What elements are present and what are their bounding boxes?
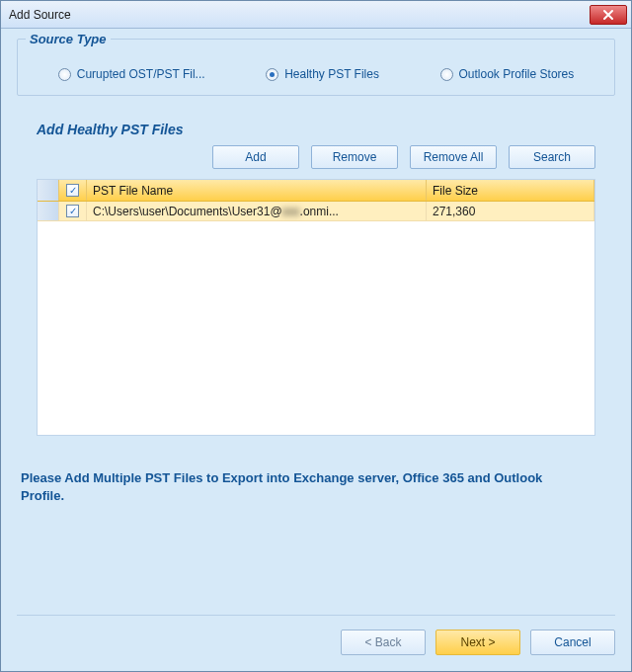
add-button[interactable]: Add <box>212 145 299 169</box>
radio-label: Healthy PST Files <box>284 67 379 81</box>
source-type-options: Curupted OST/PST Fil... Healthy PST File… <box>32 67 600 81</box>
table-row[interactable]: ✓ C:\Users\user\Documents\User31@xxx.onm… <box>38 202 594 221</box>
source-type-group: Source Type Curupted OST/PST Fil... Heal… <box>17 39 615 96</box>
window-title: Add Source <box>9 8 590 22</box>
radio-outlook-profile-stores[interactable]: Outlook Profile Stores <box>440 67 575 81</box>
file-toolbar: Add Remove Remove All Search <box>17 145 615 179</box>
search-button[interactable]: Search <box>509 145 595 169</box>
filename-suffix: .onmi... <box>300 205 339 218</box>
section-title: Add Healthy PST Files <box>37 122 615 137</box>
column-header-name[interactable]: PST File Name <box>87 180 427 201</box>
column-header-size[interactable]: File Size <box>427 180 594 201</box>
radio-label: Outlook Profile Stores <box>459 67 575 81</box>
radio-icon <box>440 68 453 81</box>
filename-prefix: C:\Users\user\Documents\User31@ <box>93 205 282 218</box>
radio-corrupted-ost-pst[interactable]: Curupted OST/PST Fil... <box>58 67 205 81</box>
radio-icon <box>58 68 71 81</box>
radio-label: Curupted OST/PST Fil... <box>77 67 205 81</box>
next-button[interactable]: Next > <box>435 630 520 655</box>
radio-healthy-pst[interactable]: Healthy PST Files <box>266 67 379 81</box>
back-button[interactable]: < Back <box>341 630 426 655</box>
cancel-button[interactable]: Cancel <box>530 630 615 655</box>
checkbox-icon: ✓ <box>66 205 79 217</box>
radio-icon <box>266 68 278 81</box>
header-checkbox-cell[interactable]: ✓ <box>59 180 87 201</box>
remove-button[interactable]: Remove <box>311 145 398 169</box>
table-body[interactable]: ✓ C:\Users\user\Documents\User31@xxx.onm… <box>38 202 594 435</box>
row-checkbox-cell[interactable]: ✓ <box>59 202 87 220</box>
row-filesize: 271,360 <box>427 202 594 220</box>
wizard-buttons: < Back Next > Cancel <box>17 616 615 655</box>
filename-redacted: xxx <box>282 205 300 218</box>
remove-all-button[interactable]: Remove All <box>410 145 497 169</box>
instruction-text: Please Add Multiple PST Files to Export … <box>21 469 574 504</box>
table-header-row: ✓ PST File Name File Size <box>38 180 594 202</box>
close-icon <box>602 9 614 21</box>
close-button[interactable] <box>590 5 627 25</box>
dialog-body: Source Type Curupted OST/PST Fil... Heal… <box>1 29 631 671</box>
row-header-spacer <box>38 180 59 201</box>
row-header <box>38 202 59 220</box>
source-type-label: Source Type <box>26 32 111 46</box>
titlebar: Add Source <box>1 1 631 29</box>
add-source-dialog: Add Source Source Type Curupted OST/PST … <box>0 0 632 672</box>
checkbox-icon: ✓ <box>66 184 79 197</box>
row-filename: C:\Users\user\Documents\User31@xxx.onmi.… <box>87 202 427 220</box>
pst-file-table: ✓ PST File Name File Size ✓ C:\Users\use… <box>37 179 595 436</box>
